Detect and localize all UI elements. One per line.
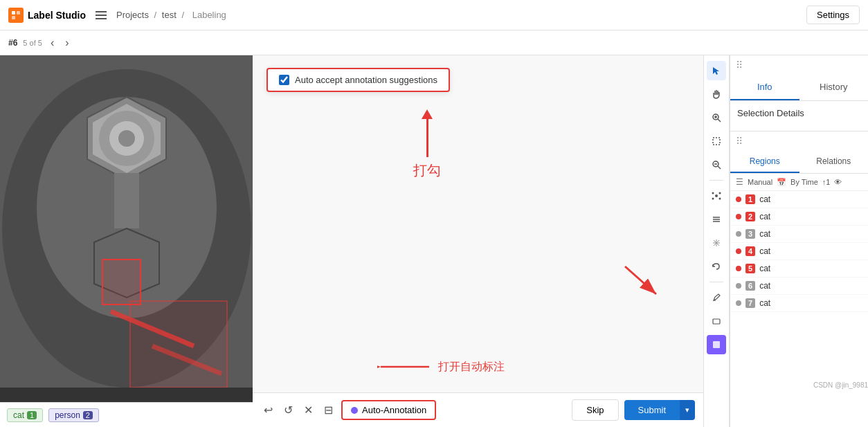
- submit-dropdown-button[interactable]: ▾: [680, 400, 695, 420]
- right-panel: ⠿ Info History Selection Details ⠿ Regio…: [730, 55, 868, 427]
- svg-point-27: [715, 194, 718, 197]
- tab-regions[interactable]: Regions: [730, 151, 799, 173]
- region-dot: [736, 266, 741, 271]
- auto-annotation-button[interactable]: Auto-Annotation: [341, 400, 436, 420]
- sort-icon[interactable]: ☰: [736, 177, 743, 187]
- panel-drag-bottom[interactable]: ⠿: [730, 131, 868, 151]
- prev-task-button[interactable]: ‹: [48, 35, 57, 51]
- svg-point-29: [719, 192, 721, 194]
- region-item[interactable]: 3 cat: [730, 226, 868, 243]
- region-item[interactable]: 1 cat: [730, 191, 868, 208]
- region-dot: [736, 283, 741, 289]
- region-item[interactable]: 7 cat: [730, 295, 868, 312]
- undo-button[interactable]: ↩: [261, 401, 275, 419]
- pen-tool[interactable]: [707, 288, 726, 307]
- csdn-watermark: CSDN @jin_9981: [813, 381, 868, 389]
- brush-tool[interactable]: [707, 210, 726, 229]
- zoom-out-tool[interactable]: [707, 155, 726, 174]
- region-dot: [736, 248, 741, 254]
- sort-count[interactable]: ↑1: [822, 178, 831, 186]
- auto-annotation-dot-icon: [351, 407, 358, 414]
- undo-tool[interactable]: [707, 257, 726, 276]
- label-bar: cat 1 person 2: [0, 402, 253, 427]
- submit-button[interactable]: Submit: [624, 400, 680, 420]
- tab-relations[interactable]: Relations: [799, 151, 869, 173]
- region-number: 2: [745, 212, 755, 221]
- region-label: cat: [759, 281, 770, 291]
- region-label: cat: [759, 194, 770, 204]
- workspace: Auto accept annotation suggestions 打勾 打开…: [253, 55, 703, 427]
- arrow-label-2: 打开自动标注: [438, 360, 505, 374]
- sub-nav: #6 5 of 5 ‹ ›: [0, 30, 868, 55]
- manual-label: Manual: [748, 178, 772, 186]
- tab-info[interactable]: Info: [730, 75, 799, 100]
- cluster-tool[interactable]: [707, 186, 726, 206]
- app-title: Label Studio: [28, 10, 86, 21]
- svg-rect-2: [12, 16, 15, 19]
- nav-left: Label Studio Projects / test / Labeling: [8, 8, 229, 23]
- eraser-tool[interactable]: [707, 311, 726, 331]
- active-tool[interactable]: [707, 335, 726, 354]
- zoom-in-tool[interactable]: [707, 108, 726, 127]
- svg-line-25: [718, 166, 721, 169]
- region-number: 6: [745, 281, 755, 291]
- tab-history[interactable]: History: [799, 75, 869, 100]
- breadcrumb-test[interactable]: test: [162, 10, 177, 20]
- eye-icon[interactable]: 👁: [834, 178, 842, 186]
- region-item[interactable]: 2 cat: [730, 208, 868, 226]
- by-time-label: By Time: [790, 178, 818, 186]
- svg-rect-1: [17, 11, 20, 15]
- arrow-right-svg: [622, 263, 663, 305]
- regions-toolbar: ☰ Manual 📅 By Time ↑1 👁: [730, 174, 868, 191]
- logo-icon: [8, 8, 24, 23]
- selection-details-area: Selection Details: [730, 101, 868, 131]
- breadcrumb-current: Labeling: [192, 10, 226, 20]
- auto-accept-banner: Auto accept annotation suggestions: [266, 68, 450, 92]
- redo-button[interactable]: ↺: [281, 401, 296, 419]
- panel-settings-button[interactable]: ⊟: [321, 401, 336, 419]
- panel-drag-top[interactable]: ⠿: [730, 55, 868, 75]
- region-number: 4: [745, 246, 755, 256]
- svg-line-20: [718, 119, 721, 122]
- skip-button[interactable]: Skip: [572, 399, 618, 421]
- bounding-box-tool[interactable]: [707, 131, 726, 151]
- region-item[interactable]: 4 cat: [730, 243, 868, 260]
- svg-point-10: [118, 130, 135, 147]
- task-count-label: 5 of 5: [23, 39, 42, 47]
- close-button[interactable]: ✕: [301, 401, 316, 419]
- svg-rect-13: [102, 260, 141, 305]
- tools-sidebar: [703, 55, 730, 427]
- submit-button-group: Submit ▾: [624, 400, 695, 420]
- regions-list: 1 cat 2 cat 3 cat 4 cat 5 cat 6: [730, 191, 868, 312]
- hand-tool[interactable]: [707, 84, 726, 104]
- arrow-left-annotation: 打开自动标注: [377, 356, 505, 377]
- app-logo: Label Studio: [8, 8, 86, 23]
- cat-label-tag[interactable]: cat 1: [7, 408, 43, 422]
- settings-button[interactable]: Settings: [806, 6, 860, 24]
- arrow-up-annotation: 打勾: [413, 109, 441, 180]
- select-tool[interactable]: [707, 61, 726, 80]
- regions-relations-tabs: Regions Relations: [730, 151, 868, 174]
- task-id-label: #6: [8, 38, 17, 48]
- resize-tool[interactable]: [707, 233, 726, 253]
- hamburger-menu[interactable]: [93, 8, 109, 22]
- next-task-button[interactable]: ›: [62, 35, 71, 51]
- person-label-count: 2: [83, 411, 93, 419]
- auto-accept-checkbox[interactable]: [279, 75, 289, 85]
- region-number: 3: [745, 229, 755, 239]
- region-label: cat: [759, 212, 770, 221]
- person-label-tag[interactable]: person 2: [48, 408, 99, 422]
- region-item[interactable]: 6 cat: [730, 278, 868, 295]
- calendar-icon: 📅: [777, 178, 786, 187]
- cat-label-text: cat: [13, 410, 24, 420]
- info-history-tabs: Info History: [730, 75, 868, 101]
- svg-rect-34: [713, 341, 720, 348]
- arrow-head-up: [422, 109, 433, 119]
- auto-annotation-label: Auto-Annotation: [362, 405, 426, 415]
- selection-details-title: Selection Details: [737, 108, 861, 118]
- region-dot: [736, 300, 741, 306]
- arrow-shaft-up: [426, 119, 428, 157]
- cat-label-count: 1: [27, 411, 37, 419]
- region-item[interactable]: 5 cat: [730, 260, 868, 278]
- breadcrumb-projects[interactable]: Projects: [116, 10, 149, 20]
